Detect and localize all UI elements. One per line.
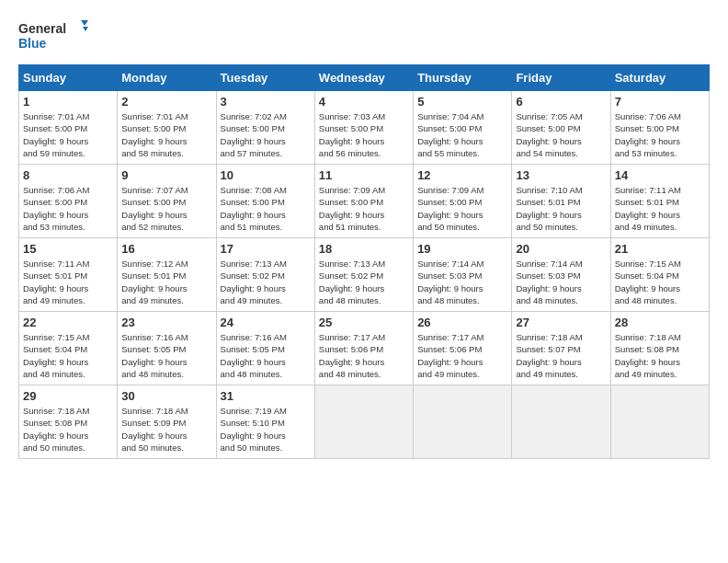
calendar-cell: 9Sunrise: 7:07 AMSunset: 5:00 PMDaylight… bbox=[118, 165, 216, 238]
calendar-cell bbox=[314, 385, 413, 459]
day-number: 26 bbox=[417, 316, 507, 329]
day-number: 24 bbox=[221, 316, 311, 329]
calendar-cell: 30Sunrise: 7:18 AMSunset: 5:09 PMDayligh… bbox=[118, 385, 216, 459]
calendar-cell: 1Sunrise: 7:01 AMSunset: 5:00 PMDaylight… bbox=[19, 91, 118, 165]
day-info: Sunrise: 7:13 AMSunset: 5:02 PMDaylight:… bbox=[221, 258, 311, 306]
week-row-4: 29Sunrise: 7:18 AMSunset: 5:08 PMDayligh… bbox=[19, 385, 710, 459]
header-day-sunday: Sunday bbox=[19, 65, 118, 91]
day-info: Sunrise: 7:01 AMSunset: 5:00 PMDaylight:… bbox=[121, 110, 211, 159]
calendar-cell: 4Sunrise: 7:03 AMSunset: 5:00 PMDaylight… bbox=[314, 91, 413, 165]
day-info: Sunrise: 7:19 AMSunset: 5:10 PMDaylight:… bbox=[221, 405, 311, 454]
day-info: Sunrise: 7:03 AMSunset: 5:00 PMDaylight:… bbox=[319, 110, 409, 159]
day-number: 21 bbox=[615, 242, 705, 256]
day-number: 14 bbox=[615, 168, 705, 182]
calendar-cell: 22Sunrise: 7:15 AMSunset: 5:04 PMDayligh… bbox=[19, 312, 118, 385]
calendar-cell: 31Sunrise: 7:19 AMSunset: 5:10 PMDayligh… bbox=[216, 385, 314, 459]
header-day-saturday: Saturday bbox=[610, 65, 709, 91]
calendar-cell: 27Sunrise: 7:18 AMSunset: 5:07 PMDayligh… bbox=[512, 312, 610, 385]
day-info: Sunrise: 7:16 AMSunset: 5:05 PMDaylight:… bbox=[121, 331, 211, 380]
day-info: Sunrise: 7:06 AMSunset: 5:00 PMDaylight:… bbox=[615, 110, 705, 159]
calendar-cell: 3Sunrise: 7:02 AMSunset: 5:00 PMDaylight… bbox=[216, 91, 314, 165]
week-row-1: 8Sunrise: 7:06 AMSunset: 5:00 PMDaylight… bbox=[19, 165, 710, 238]
day-info: Sunrise: 7:02 AMSunset: 5:00 PMDaylight:… bbox=[221, 110, 311, 159]
day-number: 4 bbox=[319, 95, 409, 109]
day-info: Sunrise: 7:14 AMSunset: 5:03 PMDaylight:… bbox=[516, 258, 606, 306]
day-info: Sunrise: 7:15 AMSunset: 5:04 PMDaylight:… bbox=[615, 258, 705, 306]
day-number: 17 bbox=[221, 242, 311, 256]
day-number: 15 bbox=[23, 242, 113, 256]
day-number: 8 bbox=[23, 168, 113, 182]
header-day-wednesday: Wednesday bbox=[314, 65, 413, 91]
day-number: 1 bbox=[23, 95, 113, 109]
svg-text:General: General bbox=[18, 21, 66, 36]
week-row-0: 1Sunrise: 7:01 AMSunset: 5:00 PMDaylight… bbox=[19, 91, 710, 165]
header-row: SundayMondayTuesdayWednesdayThursdayFrid… bbox=[19, 65, 710, 91]
calendar-cell: 21Sunrise: 7:15 AMSunset: 5:04 PMDayligh… bbox=[610, 238, 709, 312]
calendar-cell: 28Sunrise: 7:18 AMSunset: 5:08 PMDayligh… bbox=[610, 312, 709, 385]
day-info: Sunrise: 7:09 AMSunset: 5:00 PMDaylight:… bbox=[319, 184, 409, 233]
calendar-cell: 26Sunrise: 7:17 AMSunset: 5:06 PMDayligh… bbox=[414, 312, 512, 385]
day-info: Sunrise: 7:17 AMSunset: 5:06 PMDaylight:… bbox=[417, 331, 507, 380]
day-info: Sunrise: 7:07 AMSunset: 5:00 PMDaylight:… bbox=[121, 184, 211, 233]
page-header: General Blue bbox=[18, 18, 710, 55]
calendar-cell: 20Sunrise: 7:14 AMSunset: 5:03 PMDayligh… bbox=[512, 238, 610, 312]
calendar-cell: 19Sunrise: 7:14 AMSunset: 5:03 PMDayligh… bbox=[414, 238, 512, 312]
day-number: 23 bbox=[121, 316, 211, 329]
header-day-tuesday: Tuesday bbox=[216, 65, 314, 91]
day-info: Sunrise: 7:18 AMSunset: 5:08 PMDaylight:… bbox=[23, 405, 113, 454]
week-row-3: 22Sunrise: 7:15 AMSunset: 5:04 PMDayligh… bbox=[19, 312, 710, 385]
day-number: 3 bbox=[221, 95, 311, 109]
svg-marker-2 bbox=[81, 20, 88, 26]
calendar-cell: 10Sunrise: 7:08 AMSunset: 5:00 PMDayligh… bbox=[216, 165, 314, 238]
day-number: 25 bbox=[319, 316, 409, 329]
day-number: 30 bbox=[121, 389, 211, 403]
day-number: 10 bbox=[221, 168, 311, 182]
calendar-cell: 17Sunrise: 7:13 AMSunset: 5:02 PMDayligh… bbox=[216, 238, 314, 312]
calendar-cell: 18Sunrise: 7:13 AMSunset: 5:02 PMDayligh… bbox=[314, 238, 413, 312]
day-info: Sunrise: 7:10 AMSunset: 5:01 PMDaylight:… bbox=[516, 184, 606, 233]
calendar-cell: 8Sunrise: 7:06 AMSunset: 5:00 PMDaylight… bbox=[19, 165, 118, 238]
day-number: 27 bbox=[516, 316, 606, 329]
calendar-cell: 13Sunrise: 7:10 AMSunset: 5:01 PMDayligh… bbox=[512, 165, 610, 238]
calendar-cell: 25Sunrise: 7:17 AMSunset: 5:06 PMDayligh… bbox=[314, 312, 413, 385]
day-number: 18 bbox=[319, 242, 409, 256]
day-number: 9 bbox=[121, 168, 211, 182]
day-number: 29 bbox=[23, 389, 113, 403]
svg-text:Blue: Blue bbox=[18, 36, 47, 51]
day-info: Sunrise: 7:05 AMSunset: 5:00 PMDaylight:… bbox=[516, 110, 606, 159]
calendar-table: SundayMondayTuesdayWednesdayThursdayFrid… bbox=[18, 64, 710, 459]
calendar-cell bbox=[414, 385, 512, 459]
day-number: 20 bbox=[516, 242, 606, 256]
header-day-thursday: Thursday bbox=[414, 65, 512, 91]
calendar-cell bbox=[512, 385, 610, 459]
calendar-cell: 23Sunrise: 7:16 AMSunset: 5:05 PMDayligh… bbox=[118, 312, 216, 385]
day-info: Sunrise: 7:11 AMSunset: 5:01 PMDaylight:… bbox=[615, 184, 705, 233]
calendar-cell: 6Sunrise: 7:05 AMSunset: 5:00 PMDaylight… bbox=[512, 91, 610, 165]
day-number: 6 bbox=[516, 95, 606, 109]
day-info: Sunrise: 7:06 AMSunset: 5:00 PMDaylight:… bbox=[23, 184, 113, 233]
day-number: 16 bbox=[121, 242, 211, 256]
day-info: Sunrise: 7:15 AMSunset: 5:04 PMDaylight:… bbox=[23, 331, 113, 380]
day-number: 13 bbox=[516, 168, 606, 182]
calendar-cell: 11Sunrise: 7:09 AMSunset: 5:00 PMDayligh… bbox=[314, 165, 413, 238]
day-info: Sunrise: 7:01 AMSunset: 5:00 PMDaylight:… bbox=[23, 110, 113, 159]
calendar-cell: 12Sunrise: 7:09 AMSunset: 5:00 PMDayligh… bbox=[414, 165, 512, 238]
day-number: 22 bbox=[23, 316, 113, 329]
logo-svg: General Blue bbox=[18, 18, 92, 55]
calendar-cell: 7Sunrise: 7:06 AMSunset: 5:00 PMDaylight… bbox=[610, 91, 709, 165]
svg-marker-3 bbox=[83, 27, 88, 31]
week-row-2: 15Sunrise: 7:11 AMSunset: 5:01 PMDayligh… bbox=[19, 238, 710, 312]
calendar-cell: 5Sunrise: 7:04 AMSunset: 5:00 PMDaylight… bbox=[414, 91, 512, 165]
header-day-monday: Monday bbox=[118, 65, 216, 91]
calendar-cell: 24Sunrise: 7:16 AMSunset: 5:05 PMDayligh… bbox=[216, 312, 314, 385]
day-number: 5 bbox=[417, 95, 507, 109]
day-info: Sunrise: 7:18 AMSunset: 5:07 PMDaylight:… bbox=[516, 331, 606, 380]
day-info: Sunrise: 7:16 AMSunset: 5:05 PMDaylight:… bbox=[221, 331, 311, 380]
day-info: Sunrise: 7:18 AMSunset: 5:09 PMDaylight:… bbox=[121, 405, 211, 454]
day-info: Sunrise: 7:11 AMSunset: 5:01 PMDaylight:… bbox=[23, 258, 113, 306]
day-number: 31 bbox=[221, 389, 311, 403]
day-number: 2 bbox=[121, 95, 211, 109]
day-info: Sunrise: 7:17 AMSunset: 5:06 PMDaylight:… bbox=[319, 331, 409, 380]
day-info: Sunrise: 7:12 AMSunset: 5:01 PMDaylight:… bbox=[121, 258, 211, 306]
calendar-cell: 2Sunrise: 7:01 AMSunset: 5:00 PMDaylight… bbox=[118, 91, 216, 165]
